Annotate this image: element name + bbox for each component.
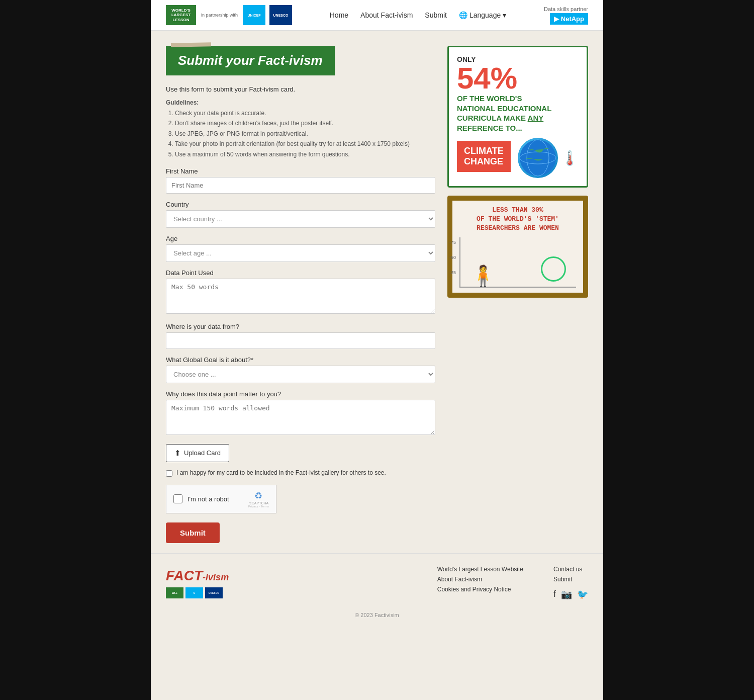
recaptcha-text: reCAPTCHA [249,501,269,505]
main-nav: Home About Fact-ivism Submit 🌐 Language … [330,11,506,19]
age-select[interactable]: Select age ... [166,244,435,262]
data-source-input[interactable] [166,332,435,349]
upload-icon: ⬆ [174,449,181,458]
language-label: Language [469,11,501,19]
captcha-label: I'm not a robot [187,495,243,503]
photo-inner: LESS THAN 30% of THE WORLD'S 'STEM' RESE… [452,201,583,293]
y-label-25: -25 [449,270,456,275]
page-title: Submit your Fact-ivism [166,46,335,75]
guideline-3: Use JPEG, JPG or PNG format in portrait/… [175,129,435,139]
instagram-icon[interactable]: 📷 [561,589,572,600]
twitter-icon[interactable]: 🐦 [577,589,588,600]
footer-fact-logo: FACT-ivism [166,566,229,584]
form-guidelines: Guidelines: Check your data point is acc… [166,99,435,159]
circle-illustration [541,256,566,282]
data-source-group: Where is your data from? [166,323,435,349]
form-description: Use this form to submit your Fact-ivism … [166,85,435,93]
wll-logo: WORLD'SLARGESTLESSON [166,5,196,25]
main-content: Submit your Fact-ivism Use this form to … [151,31,603,553]
gallery-checkbox-label: I am happy for my card to be included in… [176,469,386,476]
logo-area: WORLD'SLARGESTLESSON in partnership with… [166,5,292,25]
stat-description: OF THE WORLD'S NATIONAL EDUCATIONAL CURR… [457,94,579,133]
global-goal-group: What Global Goal is it about?* Choose on… [166,356,435,383]
why-matters-input[interactable] [166,400,435,435]
y-label-50: -50 [449,255,456,260]
guidelines-heading: Guidelines: [166,99,435,106]
nav-about[interactable]: About Fact-ivism [360,11,413,19]
footer-link-contact[interactable]: Contact us [553,566,588,573]
first-name-label: First Name [166,167,435,175]
partner-area: Data skills partner ▶ NetApp [544,6,588,25]
recaptcha-subtext: Privacy - Terms [248,505,269,508]
global-goal-select[interactable]: Choose one ... [166,366,435,383]
upload-card-label: Upload Card [184,449,221,457]
guideline-4: Take your photo in portrait orientation … [175,139,435,149]
globe-icon: 🌐 [459,11,467,19]
upload-card-button[interactable]: ⬆ Upload Card [166,444,229,462]
first-name-input[interactable] [166,177,435,194]
first-name-group: First Name [166,167,435,194]
right-side: ONLY 54% OF THE WORLD'S NATIONAL EDUCATI… [447,46,588,543]
photo-text: LESS THAN 30% of THE WORLD'S 'STEM' RESE… [457,206,578,233]
climate-badge: CLIMATECHANGE [457,141,511,172]
footer-link-privacy[interactable]: Cookies and Privacy Notice [437,586,523,593]
recaptcha-icon: ♻ [254,490,262,501]
footer-links: World's Largest Lesson Website About Fac… [437,566,588,600]
photo-chart: -75 -50 -25 🧍 [459,237,576,288]
data-point-group: Data Point Used [166,269,435,316]
data-source-label: Where is your data from? [166,323,435,330]
footer-copyright: © 2023 Factivisim [151,608,603,624]
facebook-icon[interactable]: f [553,589,556,599]
footer-link-about[interactable]: About Fact-ivism [437,576,523,583]
footer: FACT-ivism WLL U UNESCO World's Largest … [151,553,603,608]
stat-card: ONLY 54% OF THE WORLD'S NATIONAL EDUCATI… [447,46,588,188]
figure-illustration: 🧍 [470,266,496,286]
data-point-input[interactable] [166,279,435,314]
age-label: Age [166,235,435,242]
footer-unesco-logo: UNESCO [205,587,223,598]
footer-col-1: World's Largest Lesson Website About Fac… [437,566,523,600]
nav-home[interactable]: Home [330,11,348,19]
footer-social: f 📷 🐦 [553,589,588,600]
footer-link-submit[interactable]: Submit [553,576,588,583]
form-side: Submit your Fact-ivism Use this form to … [166,46,435,543]
stat-bottom: CLIMATECHANGE 🌡️ [457,138,579,178]
guideline-5: Use a maximum of 50 words when answering… [175,149,435,159]
globe-illustration [518,138,558,178]
recaptcha-logo: ♻ reCAPTCHA Privacy - Terms [248,490,269,508]
age-group: Age Select age ... [166,235,435,262]
guideline-1: Check your data point is accurate. [175,108,435,118]
footer-col-2: Contact us Submit f 📷 🐦 [553,566,588,600]
header: WORLD'SLARGESTLESSON in partnership with… [151,0,603,31]
captcha-widget[interactable]: I'm not a robot ♻ reCAPTCHA Privacy - Te… [166,485,276,513]
global-goal-label: What Global Goal is it about?* [166,356,435,364]
partnership-text: in partnership with [201,13,238,18]
unicef-logo: UNICEF [243,5,265,25]
guideline-2: Don't share images of children's faces, … [175,118,435,128]
footer-unicef-logo: U [185,587,203,598]
why-matters-group: Why does this data point matter to you? [166,390,435,437]
stat-percent: 54% [457,63,579,94]
thermometer-icon: 🌡️ [561,150,579,166]
svg-point-0 [520,140,556,176]
netapp-logo: ▶ NetApp [550,13,588,25]
footer-link-wll[interactable]: World's Largest Lesson Website [437,566,523,573]
country-label: Country [166,201,435,208]
globe-area: 🌡️ [514,138,579,178]
gallery-checkbox[interactable] [166,470,172,477]
why-matters-label: Why does this data point matter to you? [166,390,435,398]
unesco-logo: UNESCO [269,5,292,25]
country-group: Country Select country ... [166,201,435,228]
language-button[interactable]: 🌐 Language ▾ [459,11,506,19]
y-label-75: -75 [449,240,456,245]
data-point-label: Data Point Used [166,269,435,277]
captcha-checkbox[interactable] [173,494,182,503]
footer-logo-partners: WLL U UNESCO [166,587,223,598]
submit-button[interactable]: Submit [166,522,220,543]
photo-card: LESS THAN 30% of THE WORLD'S 'STEM' RESE… [447,196,588,298]
netapp-icon: ▶ [554,15,559,23]
footer-wll-logo: WLL [166,587,183,598]
nav-submit[interactable]: Submit [425,11,447,19]
chevron-down-icon: ▾ [503,11,506,19]
country-select[interactable]: Select country ... [166,210,435,228]
